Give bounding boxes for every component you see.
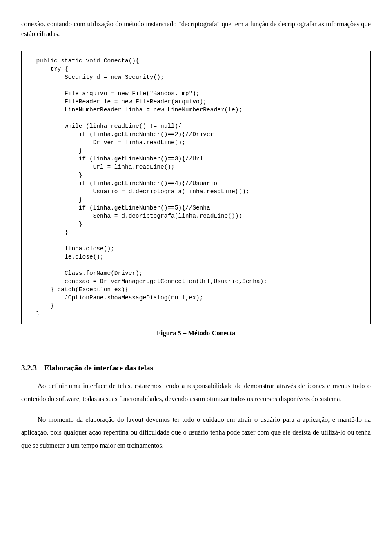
body-paragraph-2: No momento da elaboração do layout devem… xyxy=(21,413,371,452)
code-listing: public static void Conecta(){ try { Secu… xyxy=(21,51,371,324)
intro-paragraph: conexão, contando com utilização do méto… xyxy=(21,19,371,40)
figure-caption: Figura 5 – Método Conecta xyxy=(21,328,371,339)
body-paragraph-1: Ao definir uma interface de telas, estar… xyxy=(21,379,371,405)
section-heading: 3.2.3Elaboração de interface das telas xyxy=(21,362,371,374)
section-title: Elaboração de interface das telas xyxy=(44,363,153,372)
section-number: 3.2.3 xyxy=(21,362,37,374)
